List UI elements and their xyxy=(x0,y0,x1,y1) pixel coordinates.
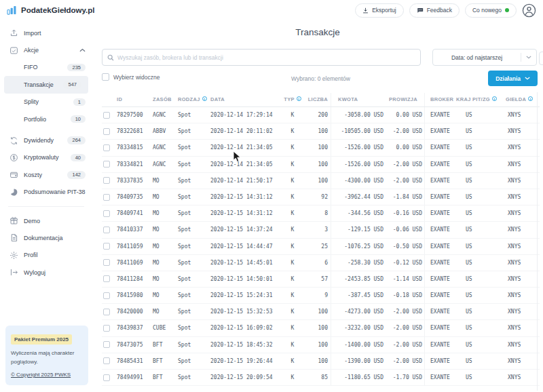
sidebar-item-profil[interactable]: Profil xyxy=(0,247,92,264)
sidebar-item-kryptowaluty[interactable]: Kryptowaluty 40 xyxy=(0,149,92,166)
table-row: 78411284MOSpot2020-12-15 14:50:01K57-245… xyxy=(102,271,540,288)
cell-gie-da: XNYS xyxy=(501,370,540,385)
user-avatar[interactable] xyxy=(522,3,536,18)
cell-broker: EXANTE xyxy=(424,304,455,319)
row-checkbox[interactable] xyxy=(103,227,110,233)
sidebar-item-dywidendy[interactable]: Dywidendy 264 xyxy=(0,132,92,149)
row-checkbox[interactable] xyxy=(103,128,110,135)
cell-prowizja: -2.00 USD xyxy=(387,353,424,369)
sidebar-item-koszty[interactable]: Koszty 142 xyxy=(0,166,92,183)
row-checkbox[interactable] xyxy=(103,259,110,266)
row-checkbox[interactable] xyxy=(103,275,110,282)
info-icon[interactable]: i xyxy=(528,96,533,101)
sort-dropdown[interactable]: Data: od najstarszej xyxy=(432,49,537,66)
column-header-liczba[interactable]: LICZBA xyxy=(303,93,331,106)
cell-prowizja: -1.14 USD xyxy=(387,271,424,287)
row-checkbox[interactable] xyxy=(103,210,110,217)
row-checkbox[interactable] xyxy=(103,374,110,381)
column-header-kwota[interactable]: KWOTA xyxy=(331,93,387,106)
row-checkbox[interactable] xyxy=(103,292,110,299)
cell-kwota: -10505.00 USD xyxy=(331,123,387,139)
column-header-id[interactable]: ID xyxy=(115,93,151,106)
column-header-typ[interactable]: TYPi xyxy=(282,93,303,106)
cell-zas-b: MO xyxy=(151,239,175,254)
cell-prowizja: -2.00 USD xyxy=(387,123,424,139)
sort-dropdown-value: Data: od najstarszej xyxy=(433,54,521,61)
info-icon[interactable]: i xyxy=(202,96,207,101)
info-icon[interactable]: i xyxy=(297,96,301,101)
cell-liczba: 8 xyxy=(303,205,331,221)
row-checkbox[interactable] xyxy=(103,194,110,201)
row-checkbox[interactable] xyxy=(103,243,110,250)
row-checkbox[interactable] xyxy=(103,325,110,332)
row-checkbox[interactable] xyxy=(103,144,110,151)
sidebar-item-fifo[interactable]: FIFO 235 xyxy=(0,59,92,76)
row-checkbox[interactable] xyxy=(103,112,110,119)
cell-liczba: 100 xyxy=(303,173,331,189)
column-header-broker[interactable]: BROKER xyxy=(424,93,455,106)
column-header-rodzaj[interactable]: RODZAJi xyxy=(175,93,207,106)
sidebar-item-portfolio[interactable]: Portfolio 10 xyxy=(0,111,92,128)
app-logo[interactable]: PodatekGiełdowy.pl xyxy=(7,5,94,15)
cell-gie-da: XNYS xyxy=(501,189,540,205)
info-icon[interactable]: i xyxy=(492,96,497,101)
cell-liczba: 85 xyxy=(303,370,331,385)
whats-new-button[interactable]: Co nowego xyxy=(465,3,517,18)
cell-id: 78334821 xyxy=(115,157,151,172)
copyright-link[interactable]: © Copyright 2025 PWKS xyxy=(11,372,71,378)
cell-prowizja: -2.00 USD xyxy=(387,320,424,336)
column-header-data[interactable]: DATA xyxy=(207,93,282,106)
cell-id: 78494991 xyxy=(115,370,151,385)
column-header-gie-da[interactable]: GIEŁDAi xyxy=(501,93,540,106)
sidebar-item-transakcje[interactable]: Transakcje 547 xyxy=(4,76,88,93)
app-window: PodatekGiełdowy.pl Eksportuj Feedb xyxy=(0,0,543,392)
table-row: 78420000MOSpot2020-12-15 15:32:53K100-42… xyxy=(102,304,540,320)
row-checkbox[interactable] xyxy=(103,309,110,315)
select-visible-control[interactable]: Wybierz widoczne xyxy=(102,73,160,81)
cell-broker: EXANTE xyxy=(424,271,455,287)
row-checkbox[interactable] xyxy=(103,177,110,184)
cell-liczba: 100 xyxy=(303,337,331,353)
row-checkbox[interactable] xyxy=(103,341,110,348)
cell-prowizja: 0.00 USD xyxy=(387,140,424,155)
premium-info-box: Pakiet Premium 2025 Wyliczenia mają char… xyxy=(5,326,88,385)
table-row: 78297500AGNCSpot2020-12-14 17:29:14K200-… xyxy=(102,107,540,123)
cell-kraj-pit-zg: US xyxy=(455,255,501,271)
cell-zas-b: MO xyxy=(151,222,175,237)
rotate-icon xyxy=(10,136,18,145)
cell-broker: EXANTE xyxy=(424,288,455,303)
column-header-kraj-pit-zg[interactable]: KRAJ PIT/ZGi xyxy=(455,93,501,106)
cell-rodzaj: Spot xyxy=(175,157,207,172)
sidebar-item-import[interactable]: Import xyxy=(0,24,92,41)
scrollbar-track[interactable] xyxy=(537,92,538,391)
sidebar-item-splity[interactable]: Splity 1 xyxy=(0,94,92,111)
cell-id: 78415980 xyxy=(115,288,151,303)
row-checkbox[interactable] xyxy=(103,161,110,168)
cell-id: 78411069 xyxy=(115,255,151,271)
cell-gie-da: XNYS xyxy=(501,271,540,287)
sidebar-item-dokumentacja[interactable]: Dokumentacja xyxy=(0,229,92,246)
sidebar-item-demo[interactable]: Demo xyxy=(0,212,92,229)
cell-rodzaj: Spot xyxy=(175,255,207,271)
actions-button[interactable]: Działania xyxy=(488,71,538,86)
sidebar-item-podsumowanie-pit38[interactable]: Podsumowanie PIT-38 xyxy=(0,184,92,201)
cell-broker: EXANTE xyxy=(424,140,455,155)
cell-id: 78410337 xyxy=(115,222,151,237)
select-visible-checkbox[interactable] xyxy=(102,73,109,81)
cell-id: 78485431 xyxy=(115,353,151,369)
cell-rodzaj: Spot xyxy=(175,239,207,254)
row-checkbox[interactable] xyxy=(103,357,110,364)
cell-kwota: -1390.00 USD xyxy=(331,353,387,369)
sidebar-item-wyloguj[interactable]: Wyloguj xyxy=(0,264,92,281)
feedback-button[interactable]: Feedback xyxy=(409,3,460,18)
column-header-zas-b[interactable]: ZASÓB xyxy=(151,93,175,106)
cell-zas-b: MO xyxy=(151,271,175,287)
cell-broker: EXANTE xyxy=(424,173,455,189)
search-input[interactable] xyxy=(117,54,415,61)
column-header-prowizja[interactable]: PROWIZJA xyxy=(387,93,424,106)
export-button[interactable]: Eksportuj xyxy=(355,3,403,18)
count-badge: 235 xyxy=(67,64,86,72)
sidebar-item-akcje[interactable]: Akcje xyxy=(0,41,92,58)
cell-data: 2020-12-15 14:31:12 xyxy=(207,205,282,221)
cell-kraj-pit-zg: US xyxy=(455,337,501,353)
